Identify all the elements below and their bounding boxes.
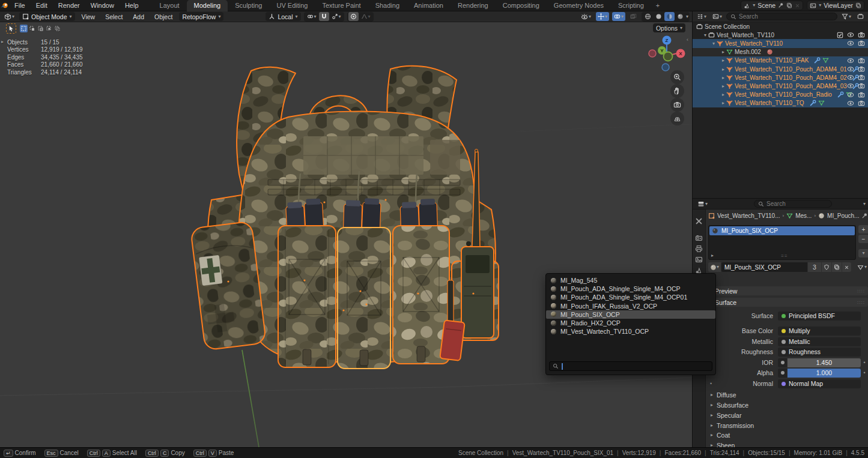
pin-icon[interactable] — [861, 212, 868, 219]
properties-options-dropdown[interactable]: ▾ — [863, 202, 866, 206]
shading-dropdown[interactable]: ▾ — [686, 14, 688, 19]
metallic-field[interactable]: Metallic — [778, 337, 861, 346]
camera-icon[interactable] — [858, 100, 865, 107]
editor-type-selector[interactable]: ▾ — [2, 12, 16, 21]
popup-item[interactable]: MI_Vest_Wartech_TV110_OCP — [546, 327, 715, 336]
camera-icon[interactable] — [858, 40, 865, 47]
select-mode-extend[interactable] — [28, 25, 36, 32]
camera-icon[interactable] — [858, 91, 865, 98]
menu-edit[interactable]: Edit — [31, 0, 53, 11]
fake-user-button[interactable] — [822, 262, 831, 272]
camera-icon[interactable] — [858, 31, 865, 38]
breadcrumb-material[interactable]: MI_Pouch... — [827, 212, 859, 219]
tab-render-icon[interactable] — [695, 234, 703, 242]
mag-pouch-right[interactable] — [393, 226, 449, 364]
popup-item[interactable]: MI_Pouch_ADA_Shingle_Single_M4_OCP — [546, 285, 715, 293]
normal-field[interactable]: Normal Map — [778, 379, 861, 388]
tab-scripting[interactable]: Scripting — [611, 0, 651, 11]
options-button[interactable]: Options ▾ — [653, 23, 685, 32]
eye-icon[interactable] — [847, 65, 854, 73]
base-color-field[interactable]: Multiply — [778, 327, 861, 336]
eye-icon[interactable] — [847, 74, 854, 81]
new-view-layer-icon[interactable] — [855, 2, 861, 8]
tab-texture-paint[interactable]: Texture Paint — [315, 0, 368, 11]
shading-wireframe-button[interactable] — [643, 12, 653, 21]
eye-icon[interactable] — [847, 31, 854, 38]
eye-icon[interactable] — [847, 91, 854, 98]
gizmo-neg-x[interactable] — [649, 50, 656, 57]
outliner-row-vest-object[interactable]: ▾ Vest_Wartech_TV110 — [693, 39, 868, 47]
outliner-filter-dropdown[interactable]: ▾ — [840, 12, 853, 21]
material-slot-list[interactable]: MI_Pouch_SIX_OCP ▸ ≡≡ — [708, 225, 856, 260]
expand-icon[interactable]: ▾ — [702, 32, 708, 38]
slot-filter-expand[interactable]: ▸ — [711, 253, 714, 258]
resize-grip[interactable]: ≡≡ — [781, 253, 788, 259]
menu-add[interactable]: Add — [129, 13, 148, 20]
eye-icon[interactable] — [847, 40, 854, 47]
popup-item[interactable]: MI_Pouch_IFAK_Russia_V2_OCP — [546, 302, 715, 310]
proportional-editing-toggle[interactable] — [348, 12, 359, 21]
snap-dropdown[interactable]: ▾ — [305, 12, 318, 21]
outliner-row-tq[interactable]: ▸ Vest_Wartech_TV110_TQ — [693, 99, 868, 107]
blender-logo[interactable] — [0, 1, 9, 10]
outliner-row-mesh-002[interactable]: ▸ Mesh.002 — [693, 48, 868, 56]
viewport-canvas[interactable]: Z X Y ▸ Objects15 / 15 Vertices12,919 / … — [0, 22, 692, 447]
scene-selector[interactable]: ▾ Scene — [741, 1, 803, 10]
popup-item-selected[interactable]: MI_Pouch_SIX_OCP — [546, 310, 715, 319]
tab-layout[interactable]: Layout — [153, 0, 187, 11]
retopoflow-menu[interactable]: RetopoFlow ▾ — [179, 12, 223, 21]
tab-compositing[interactable]: Compositing — [496, 0, 547, 11]
shading-material-button[interactable] — [664, 12, 675, 21]
camera-icon[interactable] — [858, 82, 865, 89]
material-users-button[interactable]: 3 — [808, 262, 821, 272]
view-layer-selector[interactable]: ▾ ViewLayer — [807, 1, 864, 10]
navigation-gizmo[interactable]: Z X Y — [649, 36, 685, 71]
menu-view[interactable]: View — [78, 13, 99, 20]
roughness-field[interactable]: Roughness — [778, 348, 861, 357]
menu-file[interactable]: File — [9, 0, 31, 11]
tab-animation[interactable]: Animation — [407, 0, 451, 11]
checkbox-icon[interactable] — [837, 32, 843, 38]
popup-item[interactable]: MI_Radio_HX2_OCP — [546, 319, 715, 327]
new-collection-button[interactable] — [855, 12, 866, 21]
camera-icon[interactable] — [858, 65, 865, 73]
pan-button[interactable] — [670, 84, 684, 98]
outliner-row-collection-vest[interactable]: ▾ Vest_Wartech_TV110 — [693, 31, 868, 39]
expand-icon[interactable]: ▸ — [720, 92, 726, 97]
subsurface-panel[interactable]: ▸Subsurface — [711, 400, 748, 409]
expand-icon[interactable]: ▸ — [720, 75, 726, 80]
properties-search-input[interactable]: Search — [754, 200, 832, 208]
outliner-row-pouch-radio[interactable]: ▸ Vest_Wartech_TV110_Pouch_Radio — [693, 91, 868, 99]
shading-solid-button[interactable] — [654, 12, 664, 21]
pin-icon[interactable] — [778, 2, 784, 8]
expand-icon[interactable]: ▸ — [720, 100, 726, 106]
slot-specials-dropdown[interactable]: ▾ — [858, 249, 868, 258]
tab-uv-editing[interactable]: UV Editing — [269, 0, 315, 11]
transform-orientation-selector[interactable]: Local ▾ — [266, 12, 300, 21]
select-mode-subtract[interactable] — [37, 25, 44, 32]
tab-modeling[interactable]: Modeling — [187, 0, 228, 11]
eye-icon[interactable] — [847, 82, 854, 89]
outliner-id-filter[interactable]: ▾ — [711, 12, 724, 21]
specular-panel[interactable]: ▸Specular — [711, 411, 741, 420]
unlink-material-button[interactable] — [842, 262, 851, 272]
show-object-types-dropdown[interactable]: ▾ — [579, 12, 593, 21]
perspective-toggle-button[interactable] — [670, 112, 684, 125]
menu-window[interactable]: Window — [85, 0, 120, 11]
coat-panel[interactable]: ▸Coat — [711, 430, 730, 439]
shading-rendered-button[interactable] — [675, 12, 685, 21]
outliner-row-pouch-adam4-01[interactable]: ▸ Vest_Wartech_TV110_Pouch_ADAM4_01 — [693, 65, 868, 73]
tab-shading[interactable]: Shading — [368, 0, 407, 11]
camera-view-button[interactable] — [670, 98, 684, 112]
popup-search-input[interactable] — [549, 361, 712, 371]
alpha-slider[interactable]: 1.000 — [788, 369, 861, 378]
expand-icon[interactable]: ▾ — [711, 41, 717, 46]
chevron-right-icon[interactable]: ▸ — [1, 39, 4, 44]
expand-icon[interactable]: ▸ — [720, 67, 726, 72]
panel-grip[interactable]: :::: — [857, 288, 865, 294]
remove-slot-button[interactable]: − — [858, 235, 868, 243]
region-toggle-arrow[interactable]: ‹ — [687, 37, 688, 43]
menu-render[interactable]: Render — [53, 0, 85, 11]
camera-icon[interactable] — [858, 57, 865, 64]
outliner-display-mode[interactable]: ▾ — [695, 12, 708, 21]
